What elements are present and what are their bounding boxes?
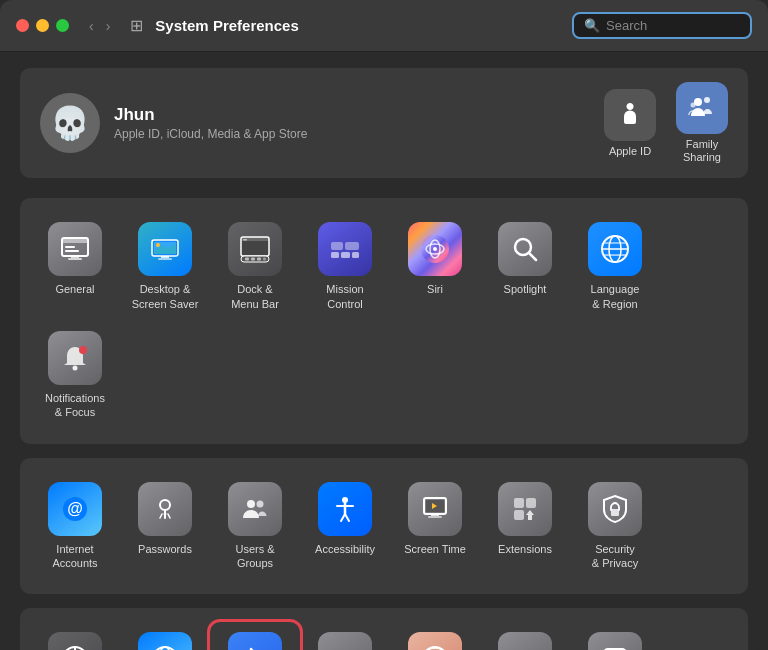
svg-rect-5	[65, 246, 75, 248]
siri-label: Siri	[427, 282, 443, 296]
pref-section-3: SoftwareUpdate Network	[20, 608, 748, 650]
pref-item-desktop[interactable]: Desktop &Screen Saver	[120, 212, 210, 321]
desktop-label: Desktop &Screen Saver	[132, 282, 199, 311]
extensions-icon	[498, 482, 552, 536]
users-groups-label: Users &Groups	[235, 542, 274, 571]
screen-time-icon	[408, 482, 462, 536]
users-groups-icon	[228, 482, 282, 536]
pref-item-sound[interactable]: Sound	[300, 622, 390, 650]
pref-item-trackpad[interactable]: Trackpad	[570, 622, 660, 650]
svg-rect-6	[65, 250, 79, 252]
pref-grid-2: @ InternetAccounts	[30, 472, 738, 581]
svg-rect-19	[245, 258, 249, 261]
pref-item-touch-id[interactable]: Touch ID	[390, 622, 480, 650]
svg-rect-50	[428, 516, 442, 518]
network-icon	[138, 632, 192, 650]
pref-item-software-update[interactable]: SoftwareUpdate	[30, 622, 120, 650]
pref-item-passwords[interactable]: Passwords	[120, 472, 210, 581]
svg-rect-53	[526, 498, 536, 508]
maximize-button[interactable]	[56, 19, 69, 32]
bluetooth-icon	[228, 632, 282, 650]
mission-icon	[318, 222, 372, 276]
pref-item-users-groups[interactable]: Users &Groups	[210, 472, 300, 581]
svg-rect-17	[243, 239, 247, 241]
pref-item-siri[interactable]: Siri	[390, 212, 480, 321]
pref-item-notifications[interactable]: Notifications& Focus	[30, 321, 120, 430]
language-label: Language& Region	[591, 282, 640, 311]
svg-point-14	[156, 243, 160, 247]
pref-item-extensions[interactable]: Extensions	[480, 472, 570, 581]
close-button[interactable]	[16, 19, 29, 32]
titlebar: ‹ › ⊞ System Preferences 🔍	[0, 0, 768, 52]
mission-label: MissionControl	[326, 282, 363, 311]
pref-item-keyboard[interactable]: Keyboard	[480, 622, 570, 650]
svg-point-44	[164, 512, 167, 515]
search-box[interactable]: 🔍	[572, 12, 752, 39]
accessibility-icon	[318, 482, 372, 536]
siri-icon	[408, 222, 462, 276]
svg-rect-25	[331, 252, 339, 258]
pref-item-language[interactable]: Language& Region	[570, 212, 660, 321]
pref-item-internet-accounts[interactable]: @ InternetAccounts	[30, 472, 120, 581]
nav-arrows: ‹ ›	[85, 16, 114, 36]
svg-rect-54	[514, 510, 524, 520]
pref-item-general[interactable]: General	[30, 212, 120, 321]
general-icon	[48, 222, 102, 276]
apple-id-label: Apple ID	[609, 145, 651, 158]
svg-rect-21	[257, 258, 261, 261]
svg-rect-26	[341, 252, 350, 258]
general-label: General	[55, 282, 94, 296]
pref-item-security[interactable]: Security& Privacy	[570, 472, 660, 581]
dock-label: Dock &Menu Bar	[231, 282, 279, 311]
window-title: System Preferences	[155, 17, 560, 34]
svg-rect-55	[611, 509, 619, 516]
back-button[interactable]: ‹	[85, 16, 98, 36]
pref-item-screen-time[interactable]: Screen Time	[390, 472, 480, 581]
svg-rect-12	[158, 258, 172, 260]
spotlight-icon	[498, 222, 552, 276]
extensions-label: Extensions	[498, 542, 552, 556]
pref-item-network[interactable]: Network	[120, 622, 210, 650]
user-text: Jhun Apple ID, iCloud, Media & App Store	[114, 105, 307, 141]
svg-point-46	[257, 500, 264, 507]
screen-time-label: Screen Time	[404, 542, 466, 556]
svg-rect-4	[62, 238, 88, 243]
avatar[interactable]: 💀	[40, 93, 100, 153]
family-sharing-label: FamilySharing	[683, 138, 721, 164]
svg-point-43	[160, 500, 170, 510]
notifications-label: Notifications& Focus	[45, 391, 105, 420]
pref-item-bluetooth[interactable]: Bluetooth	[210, 622, 300, 650]
search-input[interactable]	[606, 18, 736, 33]
pref-item-dock[interactable]: Dock &Menu Bar	[210, 212, 300, 321]
user-icons: Apple ID FamilySharing	[604, 82, 728, 164]
svg-rect-49	[431, 514, 439, 516]
spotlight-label: Spotlight	[504, 282, 547, 296]
forward-button[interactable]: ›	[102, 16, 115, 36]
pref-item-spotlight[interactable]: Spotlight	[480, 212, 570, 321]
svg-line-33	[529, 253, 536, 260]
dock-icon	[228, 222, 282, 276]
svg-rect-22	[263, 258, 266, 261]
apple-id-button[interactable]: Apple ID	[604, 89, 656, 158]
minimize-button[interactable]	[36, 19, 49, 32]
family-sharing-button[interactable]: FamilySharing	[676, 82, 728, 164]
svg-rect-7	[71, 256, 79, 258]
internet-accounts-label: InternetAccounts	[52, 542, 97, 571]
pref-grid-1: General De	[30, 212, 738, 429]
pref-item-accessibility[interactable]: Accessibility	[300, 472, 390, 581]
traffic-lights	[16, 19, 69, 32]
touch-id-icon	[408, 632, 462, 650]
pref-grid-3: SoftwareUpdate Network	[30, 622, 738, 650]
pref-section-1: General De	[20, 198, 748, 443]
trackpad-icon	[588, 632, 642, 650]
svg-rect-11	[161, 256, 169, 258]
svg-rect-20	[251, 258, 255, 261]
desktop-icon	[138, 222, 192, 276]
user-name: Jhun	[114, 105, 307, 125]
security-label: Security& Privacy	[592, 542, 638, 571]
svg-point-45	[247, 500, 255, 508]
svg-point-2	[691, 103, 696, 108]
keyboard-icon	[498, 632, 552, 650]
svg-text:@: @	[67, 500, 83, 517]
pref-item-mission[interactable]: MissionControl	[300, 212, 390, 321]
